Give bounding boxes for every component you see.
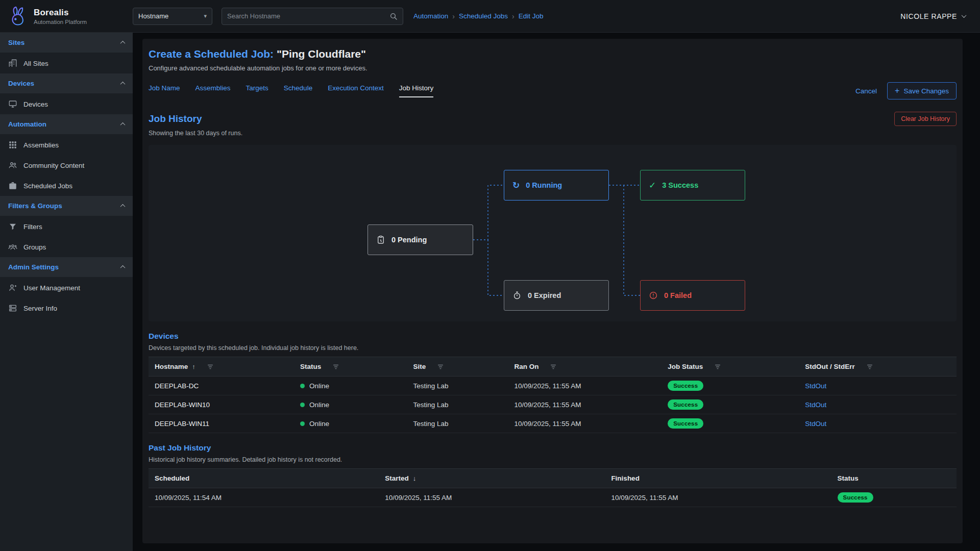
tab-assemblies[interactable]: Assemblies xyxy=(195,84,231,97)
brand-name: Borealis xyxy=(34,8,87,18)
sidebar-section-label: Filters & Groups xyxy=(8,202,62,210)
clipboard-icon xyxy=(376,235,385,244)
sidebar-item-scheduled-jobs[interactable]: Scheduled Jobs xyxy=(0,176,133,196)
site-cell: Testing Lab xyxy=(407,414,508,433)
status-cell: Online xyxy=(294,414,407,433)
column-header-site[interactable]: Site xyxy=(407,357,508,377)
hostname-cell: DEEPLAB-WIN10 xyxy=(149,395,294,414)
sidebar-item-community-content[interactable]: Community Content xyxy=(0,155,133,176)
save-changes-button[interactable]: + Save Changes xyxy=(887,82,957,99)
table-row: 10/09/2025, 11:54 AM 10/09/2025, 11:55 A… xyxy=(149,488,957,507)
column-filter-icon[interactable] xyxy=(437,363,444,370)
sidebar-item-label: Filters xyxy=(23,223,42,231)
status-cell: Online xyxy=(294,377,407,395)
past-status-cell: Success xyxy=(831,488,957,507)
devices-heading: Devices xyxy=(149,332,957,341)
chevron-up-icon xyxy=(120,204,126,209)
column-header-started[interactable]: Started ↓ xyxy=(379,469,605,488)
breadcrumb-item-automation[interactable]: Automation xyxy=(413,12,448,20)
column-filter-icon[interactable] xyxy=(332,363,339,370)
search-icon[interactable] xyxy=(389,12,398,20)
flow-failed-label: 0 Failed xyxy=(664,291,692,299)
flow-box-expired[interactable]: 0 Expired xyxy=(504,280,609,311)
job-status-cell: Success xyxy=(662,395,799,414)
sidebar-section-label: Automation xyxy=(8,120,46,128)
sidebar-item-user-management[interactable]: User Management xyxy=(0,278,133,298)
flow-box-running[interactable]: ↻ 0 Running xyxy=(504,170,609,201)
column-header-ran-on[interactable]: Ran On xyxy=(508,357,662,377)
sidebar-item-groups[interactable]: Groups xyxy=(0,237,133,257)
page-title-job-name: "Ping Cloudflare" xyxy=(277,48,366,60)
breadcrumb-item-edit-job[interactable]: Edit Job xyxy=(519,12,544,20)
search-input[interactable] xyxy=(227,12,389,20)
stdout-link[interactable]: StdOut xyxy=(805,401,826,409)
user-gear-icon xyxy=(8,283,17,292)
past-job-history-heading: Past Job History xyxy=(149,443,957,453)
server-icon xyxy=(8,304,17,313)
tab-schedule[interactable]: Schedule xyxy=(284,84,312,97)
column-filter-icon[interactable] xyxy=(207,363,214,370)
column-header-past-status[interactable]: Status xyxy=(831,469,957,488)
column-header-hostname[interactable]: Hostname ↑ xyxy=(149,357,294,377)
breadcrumb-separator-icon: › xyxy=(512,12,514,20)
devices-table: Hostname ↑ Status Site xyxy=(149,357,957,433)
sidebar-section-admin-settings[interactable]: Admin Settings xyxy=(0,257,133,278)
hostname-select[interactable]: Hostname ▾ xyxy=(133,8,212,25)
started-cell: 10/09/2025, 11:55 AM xyxy=(379,488,605,507)
hostname-cell: DEEPLAB-DC xyxy=(149,377,294,395)
check-icon: ✓ xyxy=(649,180,656,191)
flow-box-failed[interactable]: 0 Failed xyxy=(640,280,745,311)
stdout-link[interactable]: StdOut xyxy=(805,382,826,390)
building-icon xyxy=(8,59,17,68)
flow-box-success[interactable]: ✓ 3 Success xyxy=(640,170,745,201)
status-badge: Success xyxy=(668,399,703,410)
sidebar-section-devices[interactable]: Devices xyxy=(0,73,133,94)
people-icon xyxy=(8,161,17,170)
column-header-job-status[interactable]: Job Status xyxy=(662,357,799,377)
page-title: Create a Scheduled Job: "Ping Cloudflare… xyxy=(149,48,957,60)
job-flow-diagram: 0 Pending ↻ 0 Running ✓ 3 Success 0 Expi… xyxy=(149,145,957,321)
ran-on-cell: 10/09/2025, 11:55 AM xyxy=(508,377,662,395)
tab-execution-context[interactable]: Execution Context xyxy=(328,84,384,97)
sidebar-section-sites[interactable]: Sites xyxy=(0,33,133,53)
column-filter-icon[interactable] xyxy=(550,363,557,370)
sidebar-item-assemblies[interactable]: Assemblies xyxy=(0,135,133,155)
plus-icon: + xyxy=(895,87,899,95)
sidebar-section-automation[interactable]: Automation xyxy=(0,114,133,135)
column-filter-icon[interactable] xyxy=(714,363,721,370)
sidebar-item-filters[interactable]: Filters xyxy=(0,216,133,237)
online-status-dot xyxy=(300,403,305,407)
cancel-button[interactable]: Cancel xyxy=(855,87,877,95)
main-area: Create a Scheduled Job: "Ping Cloudflare… xyxy=(133,33,980,551)
sidebar-item-server-info[interactable]: Server Info xyxy=(0,298,133,318)
column-header-status[interactable]: Status xyxy=(294,357,407,377)
sidebar: Sites All Sites Devices Devices Automati… xyxy=(0,33,133,551)
flow-box-pending[interactable]: 0 Pending xyxy=(368,224,473,255)
briefcase-icon xyxy=(8,181,17,190)
user-menu[interactable]: NICOLE RAPPE xyxy=(900,12,980,20)
sidebar-item-devices[interactable]: Devices xyxy=(0,94,133,114)
caret-down-icon: ▾ xyxy=(204,13,207,19)
column-header-finished[interactable]: Finished xyxy=(605,469,831,488)
stdout-link[interactable]: StdOut xyxy=(805,420,826,428)
column-header-stdout-stderr[interactable]: StdOut / StdErr xyxy=(799,357,957,377)
flow-pending-label: 0 Pending xyxy=(391,236,427,244)
tab-job-history[interactable]: Job History xyxy=(399,84,434,97)
sidebar-item-all-sites[interactable]: All Sites xyxy=(0,53,133,73)
timer-icon xyxy=(512,291,522,300)
tab-targets[interactable]: Targets xyxy=(246,84,268,97)
tab-job-name[interactable]: Job Name xyxy=(149,84,180,97)
breadcrumb-item-scheduled-jobs[interactable]: Scheduled Jobs xyxy=(459,12,508,20)
column-filter-icon[interactable] xyxy=(866,363,873,370)
column-header-scheduled[interactable]: Scheduled xyxy=(149,469,379,488)
table-row: DEEPLAB-WIN11 Online Testing Lab 10/09/2… xyxy=(149,414,957,433)
user-name: NICOLE RAPPE xyxy=(900,12,957,20)
job-status-cell: Success xyxy=(662,377,799,395)
sidebar-item-label: User Management xyxy=(23,284,80,292)
refresh-icon: ↻ xyxy=(512,180,520,191)
status-badge: Success xyxy=(838,492,873,503)
tab-actions: Cancel + Save Changes xyxy=(855,82,957,99)
sidebar-section-filters-groups[interactable]: Filters & Groups xyxy=(0,196,133,216)
clear-job-history-button[interactable]: Clear Job History xyxy=(894,112,957,126)
filter-icon xyxy=(8,222,17,231)
